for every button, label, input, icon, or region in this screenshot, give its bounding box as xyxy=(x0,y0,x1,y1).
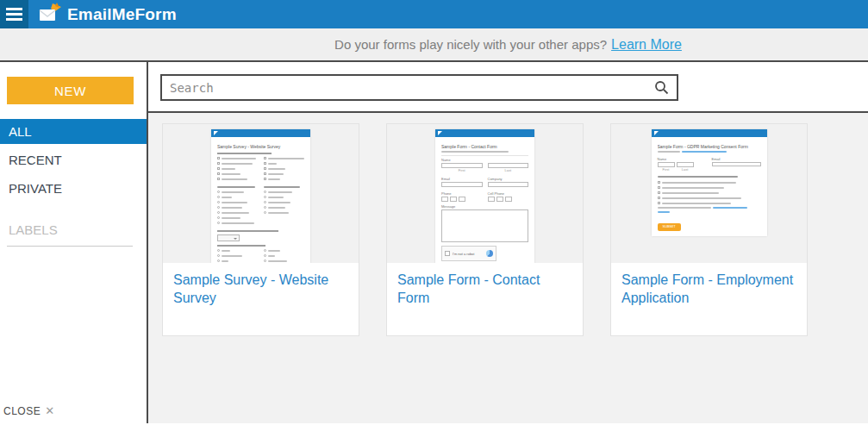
thumb-form-title: Sample Survey - Website Survey xyxy=(217,144,304,149)
thumb-recaptcha-label: I'm not a robot xyxy=(453,252,474,256)
thumb-field-label: Email xyxy=(712,158,761,161)
sidebar-item-all[interactable]: ALL xyxy=(0,119,147,144)
thumb-dropdown xyxy=(217,234,240,241)
sidebar-nav: ALL RECENT PRIVATE xyxy=(0,119,147,204)
thumb-field-label: Company xyxy=(488,178,529,181)
thumb-form-preview: Sample Form - GDPR Marketing Consent For… xyxy=(652,129,767,236)
thumb-field-label: Email xyxy=(441,178,483,181)
thumb-input xyxy=(712,162,761,166)
body: NEW ALL RECENT PRIVATE LABELS CLOSE ✕ xyxy=(0,62,868,423)
thumb-field-label: Phone xyxy=(441,192,483,196)
thumb-question-line xyxy=(217,230,278,232)
close-sidebar-button[interactable]: CLOSE ✕ xyxy=(0,404,147,423)
thumb-logo-icon xyxy=(654,131,659,135)
form-thumbnail: Sample Form - Contact Form Name First xyxy=(387,124,583,263)
thumb-terms-line xyxy=(658,211,761,213)
sidebar-item-recent[interactable]: RECENT xyxy=(0,147,147,172)
promo-banner-text: Do your forms play nicely with your othe… xyxy=(334,37,607,52)
search-input[interactable] xyxy=(160,74,678,101)
thumb-terms-line xyxy=(658,207,761,209)
search-section xyxy=(148,62,868,113)
sidebar-item-private[interactable]: PRIVATE xyxy=(0,176,147,201)
close-icon: ✕ xyxy=(45,404,54,417)
thumb-caption: Last xyxy=(677,168,694,172)
thumb-form-preview: Sample Survey - Website Survey xyxy=(211,129,310,263)
sidebar: NEW ALL RECENT PRIVATE LABELS CLOSE ✕ xyxy=(0,62,148,423)
thumb-consent-checkboxes xyxy=(658,181,761,204)
thumb-form-title: Sample Form - GDPR Marketing Consent For… xyxy=(658,144,761,149)
form-card-contact-form[interactable]: Sample Form - Contact Form Name First xyxy=(386,123,584,336)
thumb-radio-columns xyxy=(217,186,304,227)
thumb-submit-button: SUBMIT xyxy=(658,223,681,231)
thumb-field-label: Name xyxy=(441,159,528,162)
labels-section-header: LABELS xyxy=(0,222,147,237)
thumb-caption: First xyxy=(441,169,483,172)
thumb-form-header xyxy=(435,129,534,137)
thumb-logo-icon xyxy=(214,131,218,135)
thumb-form-header xyxy=(652,129,767,137)
close-label: CLOSE xyxy=(3,405,41,417)
form-card-title[interactable]: Sample Form - Employment Application xyxy=(611,263,807,307)
thumb-recaptcha: I'm not a robot xyxy=(441,246,496,261)
thumb-paragraph-line xyxy=(658,176,739,178)
brand-name: EmailMeForm xyxy=(67,5,177,24)
thumb-question-line xyxy=(217,245,265,247)
thumb-phone-inputs xyxy=(488,197,529,202)
forms-list: Sample Survey - Website Survey xyxy=(148,113,868,423)
learn-more-link[interactable]: Learn More xyxy=(611,37,682,53)
search-bar xyxy=(160,74,678,101)
thumb-caption: First xyxy=(658,168,675,172)
thumb-field-label: Cell Phone xyxy=(488,192,529,196)
thumb-input xyxy=(441,182,483,187)
form-thumbnail: Sample Form - GDPR Marketing Consent For… xyxy=(611,124,807,263)
form-thumbnail: Sample Survey - Website Survey xyxy=(163,124,359,263)
search-icon[interactable] xyxy=(654,80,669,98)
main-content: Sample Survey - Website Survey xyxy=(148,62,868,423)
form-card-employment-application[interactable]: Sample Form - GDPR Marketing Consent For… xyxy=(610,123,808,336)
thumb-input xyxy=(488,182,529,187)
new-form-button[interactable]: NEW xyxy=(7,77,134,104)
envelope-arrow-logo-icon xyxy=(39,3,62,27)
thumb-checkbox-columns xyxy=(217,157,304,183)
thumb-caption: Last xyxy=(488,169,529,172)
thumb-field-label: Name xyxy=(658,158,707,161)
thumb-form-subtitle xyxy=(441,151,528,153)
form-card-title[interactable]: Sample Form - Contact Form xyxy=(387,263,583,307)
thumb-form-preview: Sample Form - Contact Form Name First xyxy=(435,129,534,263)
thumb-phone-inputs xyxy=(441,197,483,202)
form-card-title[interactable]: Sample Survey - Website Survey xyxy=(163,263,359,307)
thumb-field-label: Message xyxy=(441,205,528,209)
form-card-website-survey[interactable]: Sample Survey - Website Survey xyxy=(162,123,359,336)
promo-banner: Do your forms play nicely with your othe… xyxy=(0,28,868,62)
thumb-form-header xyxy=(211,129,310,137)
top-bar: EmailMeForm xyxy=(0,0,868,28)
recaptcha-icon xyxy=(486,250,493,257)
thumb-logo-icon xyxy=(438,131,442,135)
hamburger-menu-icon[interactable] xyxy=(0,0,28,28)
labels-divider xyxy=(7,246,133,247)
thumb-question-line xyxy=(217,153,272,154)
brand-logo[interactable]: EmailMeForm xyxy=(39,0,177,28)
thumb-radio-columns xyxy=(217,249,304,263)
thumb-form-title: Sample Form - Contact Form xyxy=(441,144,528,149)
thumb-form-subtitle xyxy=(658,151,761,153)
thumb-recaptcha-checkbox xyxy=(445,251,450,256)
thumb-textarea xyxy=(441,209,528,242)
